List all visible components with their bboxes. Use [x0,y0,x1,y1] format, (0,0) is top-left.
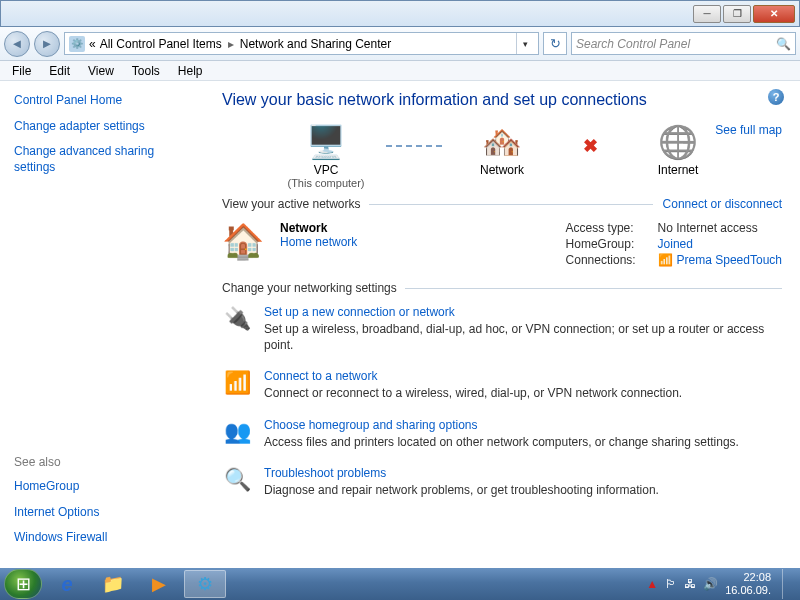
change-settings-header: Change your networking settings [222,281,782,295]
taskbar-control-panel[interactable]: ⚙ [184,570,226,598]
taskbar-explorer[interactable]: 📁 [92,570,134,598]
sidebar: Control Panel Home Change adapter settin… [0,81,204,568]
network-details: Access type:No Internet access HomeGroup… [566,221,782,269]
search-placeholder: Search Control Panel [576,37,690,51]
taskbar-wmp[interactable]: ▶ [138,570,180,598]
taskbar: ⊞ e 📁 ▶ ⚙ ▲ 🏳 🖧 🔊 22:08 16.06.09. [0,568,800,600]
see-also-header: See also [14,455,190,469]
connect-disconnect-link[interactable]: Connect or disconnect [663,197,782,211]
navigation-bar: ◄ ► « All Control Panel Items ▸ Network … [0,27,800,61]
maximize-button[interactable]: ❐ [723,5,751,23]
minimize-icon: ─ [703,8,710,19]
content-pane: ? View your basic network information an… [204,81,800,568]
network-name: Network [280,221,357,235]
map-disconnected-icon: ✖ [562,135,618,157]
map-node-internet-label: Internet [618,163,738,177]
refresh-button[interactable]: ↻ [543,32,567,55]
action-connect-network[interactable]: Connect to a network Connect or reconnec… [222,369,782,401]
search-input[interactable]: Search Control Panel 🔍 [571,32,796,55]
network-type-link[interactable]: Home network [280,235,357,249]
tray-time: 22:08 [725,571,771,584]
action-homegroup-sharing[interactable]: Choose homegroup and sharing options Acc… [222,418,782,450]
action-troubleshoot[interactable]: Troubleshoot problems Diagnose and repai… [222,466,782,498]
access-type-label: Access type: [566,221,658,235]
menu-file[interactable]: File [4,62,39,80]
active-networks-label: View your active networks [222,197,361,211]
menu-bar: File Edit View Tools Help [0,61,800,81]
map-node-network[interactable]: Network [442,123,562,189]
sidebar-homegroup[interactable]: HomeGroup [14,479,190,495]
homegroup-sharing-icon [222,418,252,446]
back-button[interactable]: ◄ [4,31,30,57]
action-list: Set up a new connection or network Set u… [222,305,782,498]
start-button[interactable]: ⊞ [4,569,42,599]
sidebar-windows-firewall[interactable]: Windows Firewall [14,530,190,546]
show-desktop-button[interactable] [782,569,792,599]
tray-volume-icon[interactable]: 🔊 [703,577,718,591]
sidebar-internet-options[interactable]: Internet Options [14,505,190,521]
tray-action-center-icon[interactable]: 🏳 [665,577,677,591]
breadcrumb-item-all[interactable]: All Control Panel Items [100,37,222,51]
sidebar-home[interactable]: Control Panel Home [14,93,190,109]
breadcrumb[interactable]: « All Control Panel Items ▸ Network and … [64,32,539,55]
connect-network-icon [222,369,252,397]
globe-icon [656,123,700,161]
menu-edit[interactable]: Edit [41,62,78,80]
active-network-row: Network Home network Access type:No Inte… [222,221,782,269]
action-desc: Connect or reconnect to a wireless, wire… [264,385,682,401]
connection-signal-icon: 📶 [658,253,673,267]
troubleshoot-icon [222,466,252,494]
breadcrumb-dropdown[interactable]: ▾ [516,33,534,54]
back-icon: ◄ [11,36,24,51]
window-titlebar: ─ ❐ ✕ [0,0,800,27]
windows-logo-icon: ⊞ [16,573,31,595]
home-network-icon [222,221,266,261]
action-setup-connection[interactable]: Set up a new connection or network Set u… [222,305,782,353]
sidebar-advanced-sharing[interactable]: Change advanced sharing settings [14,144,190,175]
taskbar-ie[interactable]: e [46,570,88,598]
connection-name-link[interactable]: Prema SpeedTouch [677,253,782,267]
network-info: Network Home network [280,221,357,269]
map-node-computer-label: VPC [266,163,386,177]
close-button[interactable]: ✕ [753,5,795,23]
action-desc: Diagnose and repair network problems, or… [264,482,659,498]
menu-tools[interactable]: Tools [124,62,168,80]
map-node-network-label: Network [442,163,562,177]
action-title: Choose homegroup and sharing options [264,418,739,432]
forward-button[interactable]: ► [34,31,60,57]
search-icon: 🔍 [776,37,791,51]
refresh-icon: ↻ [550,36,561,51]
action-title: Troubleshoot problems [264,466,659,480]
homegroup-value-link[interactable]: Joined [658,237,693,251]
tray-network-icon[interactable]: 🖧 [684,577,696,591]
change-settings-label: Change your networking settings [222,281,397,295]
breadcrumb-item-current[interactable]: Network and Sharing Center [240,37,391,51]
tray-date: 16.06.09. [725,584,771,597]
access-type-value: No Internet access [658,221,758,235]
active-networks-header: View your active networks Connect or dis… [222,197,782,211]
map-line-1 [386,145,442,147]
homegroup-label: HomeGroup: [566,237,658,251]
control-panel-icon [69,36,85,52]
forward-icon: ► [41,36,54,51]
map-node-computer-sublabel: (This computer) [266,177,386,189]
action-desc: Set up a wireless, broadband, dial-up, a… [264,321,782,353]
help-icon[interactable]: ? [768,89,784,105]
tray-av-icon[interactable]: ▲ [646,577,658,591]
system-tray: ▲ 🏳 🖧 🔊 22:08 16.06.09. [646,569,796,599]
computer-icon [304,123,348,161]
page-title: View your basic network information and … [222,91,782,109]
breadcrumb-separator: ▸ [228,37,234,51]
minimize-button[interactable]: ─ [693,5,721,23]
setup-connection-icon [222,305,252,333]
maximize-icon: ❐ [733,8,742,19]
map-node-computer[interactable]: VPC (This computer) [266,123,386,189]
see-full-map-link[interactable]: See full map [715,123,782,137]
menu-view[interactable]: View [80,62,122,80]
tray-clock[interactable]: 22:08 16.06.09. [725,571,771,596]
network-map: See full map VPC (This computer) Network… [222,123,782,189]
action-desc: Access files and printers located on oth… [264,434,739,450]
menu-help[interactable]: Help [170,62,211,80]
sidebar-adapter-settings[interactable]: Change adapter settings [14,119,190,135]
connections-label: Connections: [566,253,658,267]
